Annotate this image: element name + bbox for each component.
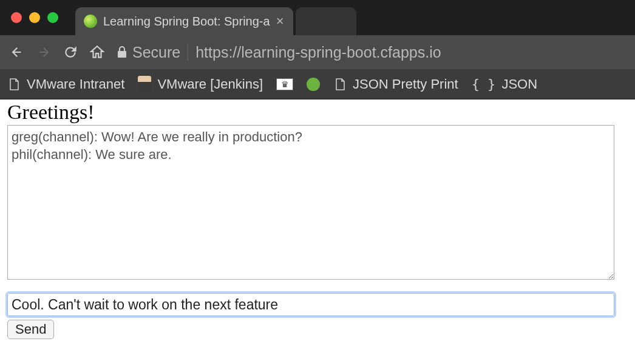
secure-label: Secure — [132, 44, 180, 61]
chat-log[interactable] — [7, 125, 614, 280]
bookmark-json-pretty[interactable]: JSON Pretty Print — [333, 76, 458, 92]
bookmark-label: VMware Intranet — [27, 76, 124, 92]
jenkins-icon — [138, 76, 151, 93]
braces-icon: { } — [472, 76, 496, 92]
bookmark-spring[interactable] — [307, 78, 320, 91]
tab-title: Learning Spring Boot: Spring-a — [103, 15, 270, 29]
bookmark-vmware-jenkins[interactable]: VMware [Jenkins] — [138, 76, 263, 93]
address-divider — [188, 44, 188, 61]
bookmarks-bar: VMware Intranet VMware [Jenkins] ♛ JSON … — [0, 69, 635, 99]
page-content: Greetings! Send — [0, 99, 635, 346]
window-controls — [0, 12, 58, 23]
url-text: https://learning-spring-boot.cfapps.io — [195, 44, 441, 61]
page-icon — [333, 78, 347, 91]
bookmark-json[interactable]: { } JSON — [472, 76, 537, 92]
bookmark-crown[interactable]: ♛ — [276, 78, 293, 90]
spring-favicon-icon — [84, 15, 97, 28]
maximize-window-button[interactable] — [47, 12, 58, 23]
forward-button[interactable] — [33, 41, 55, 63]
spring-icon — [307, 78, 320, 91]
browser-tab-inactive[interactable] — [296, 7, 356, 35]
close-tab-icon[interactable]: × — [276, 15, 284, 28]
tab-strip: Learning Spring Boot: Spring-a × — [75, 0, 356, 35]
browser-chrome: Learning Spring Boot: Spring-a × Secure … — [0, 0, 635, 99]
lock-icon — [117, 46, 127, 59]
browser-tab-active[interactable]: Learning Spring Boot: Spring-a × — [75, 7, 293, 35]
secure-indicator[interactable]: Secure — [117, 44, 180, 61]
bookmark-label: VMware [Jenkins] — [157, 76, 263, 92]
toolbar: Secure https://learning-spring-boot.cfap… — [0, 35, 635, 69]
bookmark-vmware-intranet[interactable]: VMware Intranet — [7, 76, 124, 92]
message-input[interactable] — [7, 293, 614, 316]
home-button[interactable] — [86, 41, 108, 63]
crown-icon: ♛ — [276, 78, 293, 90]
minimize-window-button[interactable] — [29, 12, 40, 23]
page-icon — [7, 78, 21, 91]
bookmark-label: JSON — [501, 76, 537, 92]
titlebar: Learning Spring Boot: Spring-a × — [0, 0, 635, 35]
close-window-button[interactable] — [11, 12, 22, 23]
page-heading: Greetings! — [7, 101, 628, 124]
back-button[interactable] — [6, 41, 28, 63]
reload-button[interactable] — [59, 41, 81, 63]
bookmark-label: JSON Pretty Print — [353, 76, 458, 92]
send-button[interactable]: Send — [7, 320, 54, 339]
address-bar[interactable]: Secure https://learning-spring-boot.cfap… — [113, 41, 629, 63]
